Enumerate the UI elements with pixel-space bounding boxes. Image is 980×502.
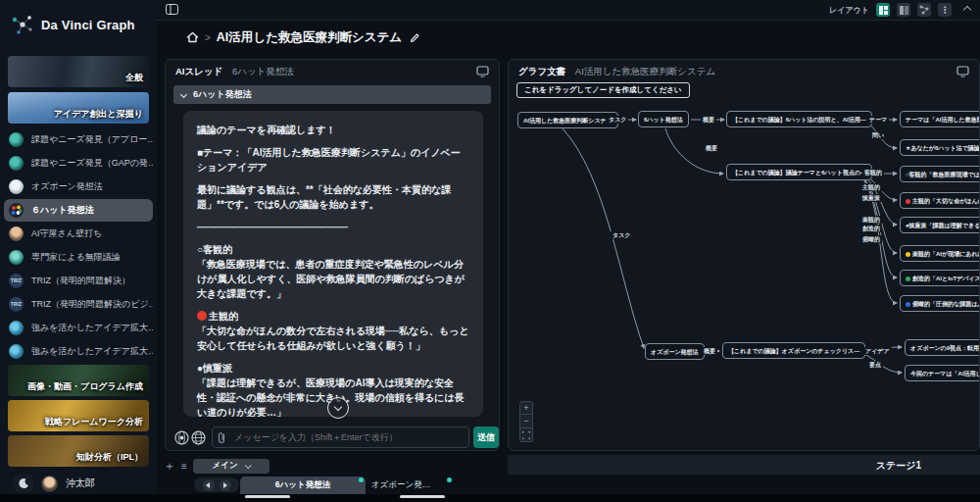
red-dot — [906, 199, 910, 204]
topbar: レイアウト ⋮ — [157, 0, 980, 21]
page-title: AI活用した救急医療判断システム — [217, 29, 402, 46]
sidebar-item-needs-gap[interactable]: 課題やニーズ発見（GAPの発… — [4, 152, 153, 175]
tab-label: 6ハット発想法 — [275, 479, 330, 491]
prev-tab-button[interactable] — [203, 479, 215, 491]
layout-graph-button[interactable] — [917, 3, 931, 17]
graph-document-panel: グラフ文書 AI活用した救急医療判断システム これをドラッグしてノードを作成して… — [508, 59, 980, 451]
bottom-tab-bar: 6ハット発想法 オズボーン発… — [157, 475, 980, 494]
sidebar-item-strength-2[interactable]: 強みを活かしたアイデア拡大… — [4, 340, 153, 363]
edge-label: 慎重派 — [860, 194, 882, 202]
app-logo[interactable]: Da Vinci Graph — [10, 12, 135, 37]
layout-split-view-button[interactable] — [876, 3, 890, 17]
graph-node-osborn-ideas[interactable]: オズボーンの9視点：転用、応用 — [905, 339, 980, 356]
user-name: 沖太郎 — [66, 477, 95, 490]
graph-node-subjective[interactable]: 主観的「大切な命がほんの数 — [900, 192, 980, 209]
banner-strategy-framework[interactable]: 戦略フレームワーク分析 — [8, 400, 149, 431]
sidebar-item-six-hats[interactable]: ６ハット発想法 — [4, 199, 153, 222]
speaker-name: ●慎重派 — [197, 361, 469, 376]
bottom-strip — [0, 494, 980, 502]
edge-label: 楽観的 — [860, 216, 882, 224]
sidebar-item-ai-moriya[interactable]: AI守屋さん壁打ち — [4, 223, 153, 245]
chevron-down-icon — [180, 91, 187, 98]
collapse-topbar-icon[interactable] — [963, 6, 971, 14]
message-divider: ――――――――――――――――― — [197, 220, 469, 234]
dark-mode-toggle[interactable] — [14, 475, 33, 492]
graph-node-six-hats[interactable]: 6ハット発想法 — [638, 111, 689, 127]
banner-media-program[interactable]: 画像・動画・プログラム作成 — [8, 365, 149, 396]
scroll-to-bottom-button[interactable] — [327, 397, 349, 419]
graph-node-discussion-2[interactable]: 【これまでの議論】議論テーマと6ハット視点の— — [726, 164, 872, 180]
edge-label: 概要 — [702, 347, 717, 355]
bottom-tab-six-hats[interactable]: 6ハット発想法 — [240, 477, 366, 494]
thread-list-icon[interactable]: ≡ — [181, 461, 187, 472]
sidebar-item-triz-biz[interactable]: TRIZ TRIZ（発明的問題解決のビジ… — [4, 293, 153, 316]
breadcrumb-separator: > — [205, 32, 211, 43]
chevron-down-icon — [245, 462, 251, 468]
sidebar-toggle-icon[interactable] — [166, 4, 178, 15]
sidebar: Da Vinci Graph 全般 アイデア創出と深掘り 課題やニーズ発見（アプ… — [0, 0, 157, 494]
sidebar-item-label: オズボーン発想法 — [31, 180, 103, 193]
edge-label: タスク — [607, 116, 628, 124]
graph-node-objective[interactable]: ○客観的「救急医療現場では、 — [900, 166, 980, 182]
red-hat-dot — [197, 311, 207, 321]
message-paragraph: 議論のテーマを再確認します！ — [197, 123, 469, 137]
message-input[interactable] — [212, 427, 469, 448]
thread-selector[interactable]: メイン — [193, 459, 270, 474]
ai-model-globe-icon[interactable] — [174, 430, 189, 445]
edit-title-icon[interactable] — [410, 32, 420, 43]
popout-window-icon[interactable] — [476, 66, 489, 77]
sidebar-item-triz[interactable]: TRIZ TRIZ（発明的問題解決） — [4, 270, 153, 292]
triz-icon: TRIZ — [9, 297, 24, 312]
sidebar-item-label: ６ハット発想法 — [31, 204, 94, 217]
breadcrumb: > AI活用した救急医療判断システム — [157, 20, 980, 55]
graph-node-cautious[interactable]: ●慎重派「課題は理解できるが — [900, 217, 980, 233]
graph-node-root[interactable]: AI活用した救急医療判断システム — [517, 112, 618, 128]
add-thread-button[interactable]: ＋ — [164, 458, 175, 475]
attach-file-icon[interactable] — [217, 431, 227, 444]
thread-tabstrip: ＋ ≡ メイン — [157, 455, 500, 477]
sidebar-item-label: 強みを活かしたアイデア拡大… — [31, 322, 153, 334]
send-button[interactable]: 送信 — [473, 427, 499, 448]
graph-node-osborn[interactable]: オズボーン発想法 — [645, 343, 705, 360]
tab-label: オズボーン発… — [371, 479, 430, 491]
edge-label: 客観的 — [862, 169, 884, 176]
layout-label: レイアウト — [829, 5, 869, 16]
graph-node-osborn-points[interactable]: 今回のテーマは「AI活用した救 — [905, 365, 980, 381]
banner-ip-analysis[interactable]: 知財分析（IPL） — [8, 435, 149, 467]
strength-icon — [9, 321, 24, 335]
next-tab-button[interactable] — [220, 479, 231, 491]
web-globe-icon[interactable] — [191, 430, 206, 445]
tab-indicator — [400, 495, 445, 498]
thread-section-header[interactable]: 6ハット発想法 — [173, 85, 491, 104]
sidebar-item-strength-1[interactable]: 強みを活かしたアイデア拡大… — [4, 317, 153, 339]
edge-label: 主観的 — [860, 183, 882, 191]
triz-icon: TRIZ — [9, 274, 24, 288]
edge-label: 問い — [870, 131, 886, 139]
graph-node-optimistic[interactable]: 楽観的「AIが現場にあれば、 — [900, 245, 980, 262]
experts-icon — [9, 250, 24, 265]
needs-icon — [9, 156, 24, 171]
green-dot — [906, 276, 910, 281]
bottom-tab-osborn[interactable]: オズボーン発… — [348, 477, 454, 494]
sidebar-item-expert-debate[interactable]: 専門家による無限議論 — [4, 246, 153, 269]
edge-label: 俯瞰的 — [860, 235, 882, 243]
banner-idea-creation[interactable]: アイデア創出と深掘り — [8, 92, 149, 124]
panel-subtitle: 6ハット発想法 — [232, 66, 294, 76]
six-hats-icon — [9, 203, 24, 218]
user-avatar[interactable] — [41, 476, 58, 492]
sidebar-item-osborn[interactable]: オズボーン発想法 — [4, 176, 153, 198]
graph-node-creative[interactable]: 創造的「AIとIoTデバイスを — [900, 270, 980, 286]
sidebar-item-needs-approach[interactable]: 課題やニーズ発見（アプロー… — [4, 128, 153, 151]
home-icon[interactable] — [186, 31, 199, 43]
sidebar-item-label: TRIZ（発明的問題解決） — [31, 275, 130, 287]
banner-general[interactable]: 全般 — [8, 56, 149, 87]
logo-network-icon — [10, 12, 35, 37]
graph-node-osborn-discussion[interactable]: 【これまでの議論】オズボーンのチェックリス— — [722, 342, 865, 359]
graph-node-theme[interactable]: テーマは「AI活用した救急医療 — [900, 111, 980, 127]
more-options-button[interactable]: ⋮ — [938, 3, 952, 17]
layout-columns-button[interactable] — [897, 3, 910, 17]
graph-node-discussion-1[interactable]: 【これまでの議論】6ハット法の説明と、AI活用— — [726, 111, 872, 127]
graph-node-overview[interactable]: 俯瞰的「圧倒的な課題は人手 — [900, 295, 980, 312]
ai-message-bubble: 議論のテーマを再確認します！ ■テーマ：「AI活用した救急医療判断システム」のイ… — [183, 111, 483, 417]
graph-node-question[interactable]: ★あなたが6ハット法で議論し — [900, 139, 980, 156]
